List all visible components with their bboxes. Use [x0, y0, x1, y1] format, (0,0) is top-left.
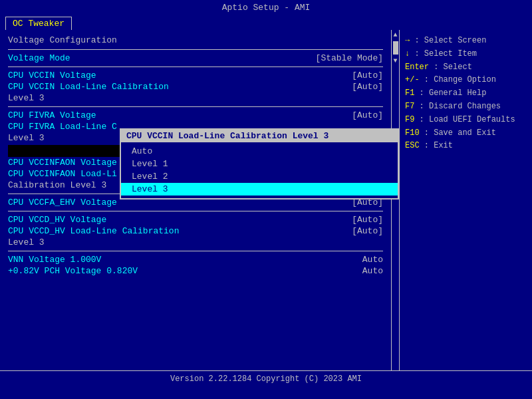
label-vnn-voltage: VNN Voltage 1.000V — [8, 255, 101, 265]
desc-f7: : Discard Changes — [420, 102, 501, 111]
divider-2 — [8, 66, 383, 67]
key-esc: ESC — [405, 141, 420, 150]
row-level3-3: Level 3 — [8, 237, 383, 248]
label-pch-voltage: +0.82V PCH Voltage 0.820V — [8, 266, 138, 276]
sidebar-f1: F1 : General Help — [405, 88, 527, 99]
label-cpu-fivra-voltage: CPU FIVRA Voltage — [8, 110, 96, 120]
value-vnn-voltage: Auto — [362, 255, 383, 265]
top-bar: Aptio Setup - AMI — [0, 0, 532, 15]
label-voltage-mode: Voltage Mode — [8, 53, 70, 63]
label-cpu-vccin-llc: CPU VCCIN Load-Line Calibration — [8, 82, 169, 92]
dropdown-items: Auto Level 1 Level 2 Level 3 — [121, 142, 398, 198]
value-voltage-mode: [Stable Mode] — [316, 53, 383, 63]
dropdown-item-level1[interactable]: Level 1 — [121, 158, 398, 170]
value-cpu-vccd-hv-voltage: [Auto] — [352, 215, 383, 225]
scroll-down-arrow[interactable]: ▼ — [392, 56, 398, 66]
key-select-screen: → — [405, 36, 410, 45]
tab-oc-tweaker[interactable]: OC Tweaker — [5, 17, 72, 30]
content-panel: Voltage Configuration Voltage Mode [Stab… — [0, 30, 391, 370]
key-f10: F10 — [405, 128, 420, 138]
divider-3 — [8, 106, 383, 107]
row-cpu-fivra-voltage[interactable]: CPU FIVRA Voltage [Auto] — [8, 110, 383, 121]
sidebar-select-screen: → : Select Screen — [405, 35, 527, 47]
footer-bar: Version 2.22.1284 Copyright (C) 2023 AMI — [0, 370, 532, 389]
desc-select-screen: : Select Screen — [414, 36, 486, 45]
app-title: Aptio Setup - AMI — [222, 3, 311, 13]
label-cpu-vccfa-ehv: CPU VCCFA_EHV Voltage — [8, 198, 117, 207]
scroll-thumb[interactable] — [393, 41, 398, 55]
row-vnn-voltage[interactable]: VNN Voltage 1.000V Auto — [8, 254, 383, 265]
footer-text: Version 2.22.1284 Copyright (C) 2023 AMI — [170, 374, 362, 384]
desc-enter: : Select — [434, 63, 472, 72]
sidebar-enter-select: Enter : Select — [405, 62, 527, 73]
divider-1 — [8, 49, 383, 50]
desc-f1: : General Help — [420, 88, 487, 98]
main-area: Voltage Configuration Voltage Mode [Stab… — [0, 30, 532, 370]
dropdown-item-level2[interactable]: Level 2 — [121, 170, 398, 183]
label-cpu-vccd-hv-llc: CPU VCCD_HV Load-Line Calibration — [8, 226, 179, 236]
scrollbar[interactable]: ▲ ▼ — [391, 30, 399, 370]
sidebar-f7: F7 : Discard Changes — [405, 101, 527, 112]
dropdown-popup: CPU VCCIN Load-Line Calibration Level 3 … — [120, 128, 399, 200]
dropdown-item-level3[interactable]: Level 3 — [121, 183, 398, 196]
row-pch-voltage[interactable]: +0.82V PCH Voltage 0.820V Auto — [8, 265, 383, 277]
section-title: Voltage Configuration — [8, 35, 383, 45]
dropdown-title: CPU VCCIN Load-Line Calibration Level 3 — [121, 130, 398, 142]
divider-6 — [8, 251, 383, 251]
sidebar-select-item: ↓ : Select Item — [405, 49, 527, 60]
row-cpu-vccd-hv-llc[interactable]: CPU VCCD_HV Load-Line Calibration [Auto] — [8, 225, 383, 237]
key-select-item: ↓ — [405, 49, 410, 59]
value-cpu-vccd-hv-llc: [Auto] — [352, 226, 383, 236]
row-cpu-vccd-hv-voltage[interactable]: CPU VCCD_HV Voltage [Auto] — [8, 214, 383, 225]
value-cpu-fivra-voltage: [Auto] — [352, 110, 383, 120]
scroll-up-arrow[interactable]: ▲ — [392, 30, 398, 40]
value-pch-voltage: Auto — [362, 266, 383, 276]
desc-f9: : Load UEFI Defaults — [420, 115, 515, 124]
key-enter: Enter — [405, 63, 429, 72]
row-voltage-mode[interactable]: Voltage Mode [Stable Mode] — [8, 53, 383, 64]
label-cpu-fivra-llc: CPU FIVRA Load-Line C — [8, 122, 117, 132]
desc-select-item: : Select Item — [414, 49, 477, 59]
label-cpu-vccin-voltage: CPU VCCIN Voltage — [8, 70, 96, 80]
row-cpu-vccin-llc[interactable]: CPU VCCIN Load-Line Calibration [Auto] — [8, 81, 383, 92]
label-cpu-vccinfaon-llc: CPU VCCINFAON Load-Li — [8, 169, 117, 179]
key-f7: F7 — [405, 102, 414, 111]
sidebar-esc: ESC : Exit — [405, 140, 527, 152]
value-cpu-vccin-llc: [Auto] — [352, 82, 383, 92]
key-f1: F1 — [405, 88, 414, 98]
value-cpu-vccin-voltage: [Auto] — [352, 70, 383, 80]
sidebar-f9: F9 : Load UEFI Defaults — [405, 114, 527, 126]
label-cpu-vccinfaon-voltage: CPU VCCINFAON Voltage — [8, 158, 117, 168]
dropdown-item-auto[interactable]: Auto — [121, 145, 398, 158]
tab-bar: OC Tweaker — [0, 15, 532, 30]
row-cpu-vccin-voltage[interactable]: CPU VCCIN Voltage [Auto] — [8, 70, 383, 81]
sidebar-change-option: +/- : Change Option — [405, 74, 527, 86]
divider-5 — [8, 211, 383, 211]
key-plus-minus: +/- — [405, 75, 420, 84]
key-f9: F9 — [405, 115, 414, 124]
label-cpu-vccd-hv-voltage: CPU VCCD_HV Voltage — [8, 215, 106, 225]
desc-f10: : Save and Exit — [424, 128, 496, 138]
row-level3-1: Level 3 — [8, 92, 383, 104]
help-sidebar: → : Select Screen ↓ : Select Item Enter … — [399, 30, 532, 370]
desc-esc: : Exit — [424, 141, 453, 150]
sidebar-f10: F10 : Save and Exit — [405, 128, 527, 139]
desc-plus-minus: : Change Option — [424, 75, 496, 84]
